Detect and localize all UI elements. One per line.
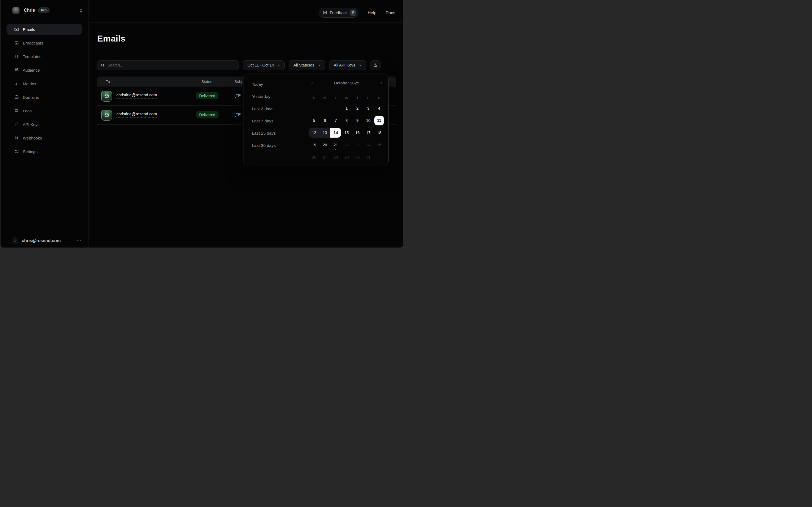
calendar-day[interactable] <box>330 102 341 114</box>
calendar-day[interactable]: 29 <box>341 151 352 163</box>
date-preset[interactable]: Last 30 days <box>249 139 308 152</box>
calendar-day[interactable]: 22 <box>341 139 352 151</box>
help-link[interactable]: Help <box>368 10 376 15</box>
sidebar-item[interactable]: Webhooks <box>6 132 82 143</box>
calendar-day[interactable]: 4 <box>374 102 385 114</box>
api-key-filter[interactable]: All API Keys <box>329 60 366 70</box>
calendar-day[interactable]: 20 <box>320 139 330 151</box>
resend-app-window: Chris Pro Emails Broadcasts <box>1 0 403 247</box>
email-envelope-icon <box>101 91 112 102</box>
calendar-day[interactable] <box>374 151 385 163</box>
calendar-day[interactable]: 5 <box>308 114 320 126</box>
calendar-day[interactable]: 17 <box>363 126 374 139</box>
calendar-day[interactable]: 9 <box>352 114 363 126</box>
sidebar-item[interactable]: API Keys <box>6 119 82 130</box>
calendar-day[interactable] <box>320 102 330 114</box>
subject-cell: [TE <box>234 93 241 98</box>
calendar-day[interactable]: 8 <box>341 114 352 126</box>
date-preset[interactable]: Last 3 days <box>249 103 308 115</box>
weekday-label: F <box>363 95 374 101</box>
calendar-day[interactable]: 30 <box>352 151 363 163</box>
inbox-icon <box>14 41 19 45</box>
search-icon <box>101 63 105 67</box>
topbar: Feedback F Help Docs <box>89 0 403 23</box>
prev-month-button[interactable] <box>310 80 314 86</box>
calendar-day[interactable]: 21 <box>330 139 341 151</box>
calendar-day[interactable]: 3 <box>363 102 374 114</box>
search-box[interactable] <box>97 60 239 70</box>
date-preset[interactable]: Last 7 days <box>249 115 308 127</box>
globe-icon <box>14 95 19 100</box>
calendar-day[interactable]: 10 <box>363 114 374 126</box>
calendar-day[interactable]: 7 <box>330 114 341 126</box>
calendar-day[interactable]: 6 <box>320 114 330 126</box>
rows-icon <box>14 108 19 113</box>
chevron-down-icon <box>277 63 281 67</box>
status-filter[interactable]: All Statuses <box>289 60 325 70</box>
chevron-down-icon <box>317 63 321 67</box>
calendar-day[interactable]: 14 <box>330 126 341 139</box>
calendar-day[interactable]: 28 <box>330 151 341 163</box>
weekday-label: S <box>374 95 385 101</box>
weekday-label: T <box>352 95 363 101</box>
date-preset[interactable]: Yesterday <box>249 91 308 103</box>
calendar-day[interactable]: 27 <box>320 151 330 163</box>
ellipsis-icon[interactable]: ⋯ <box>76 239 82 242</box>
recipient-link[interactable]: christina@resend.com <box>116 112 157 117</box>
calendar-day[interactable]: 13 <box>320 126 330 139</box>
calendar-day[interactable]: 18 <box>374 126 385 139</box>
calendar-day[interactable]: 25 <box>374 139 385 151</box>
page-title: Emails <box>97 34 396 44</box>
date-preset[interactable]: Last 15 days <box>249 127 308 139</box>
month-label: October 2025 <box>334 80 359 86</box>
calendar-day[interactable]: 12 <box>308 126 320 139</box>
calendar-day[interactable]: 2 <box>352 102 363 114</box>
calendar-day[interactable]: 24 <box>363 139 374 151</box>
chevron-down-icon <box>358 63 362 67</box>
status-badge: Delivered <box>196 111 219 118</box>
sidebar-item[interactable]: Broadcasts <box>6 38 82 48</box>
sidebar-item[interactable]: Metrics <box>6 78 82 89</box>
next-month-button[interactable] <box>379 80 384 86</box>
calendar-day[interactable]: 23 <box>352 139 363 151</box>
workspace-switcher[interactable]: Chris Pro <box>1 0 88 15</box>
sidebar-item[interactable]: Settings <box>6 146 82 157</box>
sidebar-item[interactable]: Domains <box>6 92 82 103</box>
calendar-header: October 2025 <box>308 79 385 87</box>
date-range-popover: Today Yesterday Last 3 days Last 7 days … <box>243 73 389 166</box>
date-presets: Today Yesterday Last 3 days Last 7 days … <box>249 78 308 163</box>
calendar-day[interactable] <box>308 102 320 114</box>
bar-chart-icon <box>14 81 19 86</box>
mail-icon <box>14 27 19 32</box>
account-row[interactable]: C chris@resend.com ⋯ <box>1 237 85 244</box>
calendar-day[interactable]: 16 <box>352 126 363 139</box>
calendar-day[interactable]: 11 <box>374 114 385 126</box>
chevron-right-icon <box>379 81 383 85</box>
sidebar-item[interactable]: Logs <box>6 105 82 116</box>
search-input[interactable] <box>108 63 235 67</box>
chevron-left-icon <box>310 81 314 85</box>
sidebar-item[interactable]: Audience <box>6 65 82 75</box>
weekday-row: SMTWTFS <box>308 95 385 101</box>
export-button[interactable] <box>370 60 381 70</box>
calendar-day[interactable]: 26 <box>308 151 320 163</box>
calendar-day[interactable]: 15 <box>341 126 352 139</box>
sidebar-item[interactable]: Templates <box>6 51 82 62</box>
calendar-day[interactable]: 19 <box>308 139 320 151</box>
sidebar-item[interactable]: Emails <box>6 24 82 35</box>
docs-link[interactable]: Docs <box>386 10 395 15</box>
sidebar-item-label: Webhooks <box>23 136 42 140</box>
calendar-day[interactable]: 1 <box>341 102 352 114</box>
date-range-filter[interactable]: Oct 11 - Oct 14 <box>243 60 285 70</box>
sliders-icon <box>14 149 19 154</box>
date-preset[interactable]: Today <box>249 78 308 91</box>
feedback-button[interactable]: Feedback F <box>318 8 358 18</box>
sidebar-item-label: Emails <box>23 27 35 32</box>
lock-icon <box>14 122 19 127</box>
selector-chevrons-icon[interactable] <box>79 8 83 13</box>
status-badge: Delivered <box>196 92 219 99</box>
sidebar-item-label: API Keys <box>23 122 40 127</box>
sidebar-item-label: Settings <box>23 149 38 154</box>
recipient-link[interactable]: christina@resend.com <box>116 93 157 99</box>
calendar-day[interactable]: 31 <box>363 151 374 163</box>
